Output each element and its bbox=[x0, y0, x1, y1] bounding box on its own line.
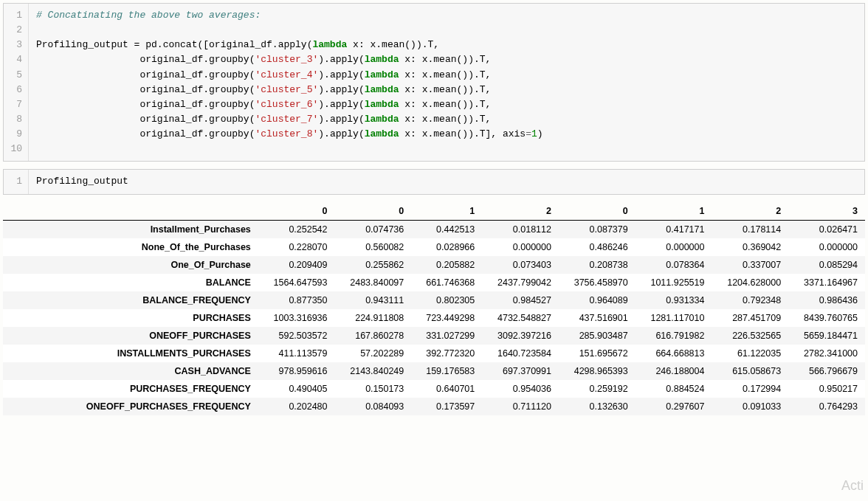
table-row: CASH_ADVANCE978.9596162143.840249159.176… bbox=[3, 362, 865, 380]
cell-value: 61.122035 bbox=[712, 345, 788, 362]
column-header: 3 bbox=[788, 202, 865, 221]
table-row: BALANCE1564.6475932483.840097661.7463682… bbox=[3, 274, 865, 291]
cell-value: 2143.840249 bbox=[335, 362, 412, 380]
cell-value: 1003.316936 bbox=[258, 309, 335, 327]
cell-value: 0.369042 bbox=[712, 238, 788, 256]
cell-value: 0.640701 bbox=[411, 380, 482, 398]
cell-value: 0.877350 bbox=[258, 291, 335, 309]
cell-value: 0.792348 bbox=[712, 291, 788, 309]
line-gutter: 1 bbox=[4, 170, 29, 193]
row-index: INSTALLMENTS_PURCHASES bbox=[3, 345, 258, 362]
cell-value: 0.150173 bbox=[335, 380, 412, 398]
cell-value: 3092.397216 bbox=[482, 327, 559, 345]
row-index: Installment_Purchases bbox=[3, 220, 258, 238]
cell-value: 0.202480 bbox=[258, 398, 335, 415]
table-row: Installment_Purchases0.2525420.0747360.4… bbox=[3, 220, 865, 238]
cell-value: 0.000000 bbox=[482, 238, 559, 256]
cell-value: 0.173597 bbox=[411, 398, 482, 415]
table-row: One_Of_Purchase0.2094090.2558620.2058820… bbox=[3, 256, 865, 274]
cell-value: 392.772320 bbox=[411, 345, 482, 362]
cell-value: 0.442513 bbox=[411, 220, 482, 238]
dataframe-table: 00120123 Installment_Purchases0.2525420.… bbox=[3, 202, 865, 415]
cell-value: 616.791982 bbox=[636, 327, 712, 345]
cell-value: 0.026471 bbox=[788, 220, 865, 238]
row-index: PURCHASES_FREQUENCY bbox=[3, 380, 258, 398]
cell-value: 0.074736 bbox=[335, 220, 412, 238]
cell-value: 2437.799042 bbox=[482, 274, 559, 291]
cell-value: 0.711120 bbox=[482, 398, 559, 415]
cell-value: 0.028966 bbox=[411, 238, 482, 256]
cell-value: 0.297607 bbox=[636, 398, 712, 415]
column-header: 2 bbox=[712, 202, 788, 221]
row-index: BALANCE_FREQUENCY bbox=[3, 291, 258, 309]
code-editor-2[interactable]: Profiling_output bbox=[29, 170, 864, 193]
row-index: CASH_ADVANCE bbox=[3, 362, 258, 380]
row-index: PURCHASES bbox=[3, 309, 258, 327]
cell-value: 592.503572 bbox=[258, 327, 335, 345]
cell-value: 978.959616 bbox=[258, 362, 335, 380]
table-row: PURCHASES1003.316936224.911808723.449298… bbox=[3, 309, 865, 327]
cell-value: 1564.647593 bbox=[258, 274, 335, 291]
cell-value: 661.746368 bbox=[411, 274, 482, 291]
column-header: 1 bbox=[411, 202, 482, 221]
table-row: ONEOFF_PURCHASES_FREQUENCY0.2024800.0840… bbox=[3, 398, 865, 415]
cell-value: 1640.723584 bbox=[482, 345, 559, 362]
cell-value: 0.000000 bbox=[788, 238, 865, 256]
cell-value: 0.208738 bbox=[559, 256, 636, 274]
cell-value: 0.884524 bbox=[636, 380, 712, 398]
cell-value: 2483.840097 bbox=[335, 274, 412, 291]
cell-value: 0.255862 bbox=[335, 256, 412, 274]
cell-value: 224.911808 bbox=[335, 309, 412, 327]
cell-value: 0.178114 bbox=[712, 220, 788, 238]
row-index: BALANCE bbox=[3, 274, 258, 291]
output-area: 00120123 Installment_Purchases0.2525420.… bbox=[3, 202, 865, 415]
cell-value: 723.449298 bbox=[411, 309, 482, 327]
cell-value: 615.058673 bbox=[712, 362, 788, 380]
table-row: None_Of_the_Purchases0.2280700.5600820.0… bbox=[3, 238, 865, 256]
cell-value: 0.984527 bbox=[482, 291, 559, 309]
cell-value: 0.018112 bbox=[482, 220, 559, 238]
cell-value: 0.417171 bbox=[636, 220, 712, 238]
table-row: PURCHASES_FREQUENCY0.4904050.1501730.640… bbox=[3, 380, 865, 398]
code-editor-1[interactable]: # Concatinating the above two averages: … bbox=[29, 4, 864, 161]
row-index: One_Of_Purchase bbox=[3, 256, 258, 274]
cell-value: 0.252542 bbox=[258, 220, 335, 238]
code-cell-2: 1 Profiling_output bbox=[3, 169, 865, 194]
cell-value: 3756.458970 bbox=[559, 274, 636, 291]
table-row: BALANCE_FREQUENCY0.8773500.9431110.80230… bbox=[3, 291, 865, 309]
cell-value: 0.950217 bbox=[788, 380, 865, 398]
line-gutter: 1 2 3 4 5 6 7 8 9 10 bbox=[4, 4, 29, 161]
code-text: Profiling_output bbox=[36, 176, 128, 187]
cell-value: 0.943111 bbox=[335, 291, 412, 309]
row-index: ONEOFF_PURCHASES_FREQUENCY bbox=[3, 398, 258, 415]
table-row: ONEOFF_PURCHASES592.503572167.860278331.… bbox=[3, 327, 865, 345]
cell-value: 0.964089 bbox=[559, 291, 636, 309]
cell-value: 0.084093 bbox=[335, 398, 412, 415]
cell-value: 2782.341000 bbox=[788, 345, 865, 362]
index-header-blank bbox=[3, 202, 258, 221]
cell-value: 1011.925519 bbox=[636, 274, 712, 291]
cell-value: 151.695672 bbox=[559, 345, 636, 362]
cell-value: 226.532565 bbox=[712, 327, 788, 345]
cell-value: 159.176583 bbox=[411, 362, 482, 380]
cell-value: 3371.164967 bbox=[788, 274, 865, 291]
cell-value: 4298.965393 bbox=[559, 362, 636, 380]
cell-value: 331.027299 bbox=[411, 327, 482, 345]
cell-value: 0.205882 bbox=[411, 256, 482, 274]
cell-value: 0.486246 bbox=[559, 238, 636, 256]
cell-value: 1281.117010 bbox=[636, 309, 712, 327]
cell-value: 167.860278 bbox=[335, 327, 412, 345]
row-index: None_Of_the_Purchases bbox=[3, 238, 258, 256]
cell-value: 0.259192 bbox=[559, 380, 636, 398]
cell-value: 285.903487 bbox=[559, 327, 636, 345]
column-header: 2 bbox=[482, 202, 559, 221]
cell-value: 0.802305 bbox=[411, 291, 482, 309]
cell-value: 0.931334 bbox=[636, 291, 712, 309]
cell-value: 0.000000 bbox=[636, 238, 712, 256]
column-header: 1 bbox=[636, 202, 712, 221]
cell-value: 411.113579 bbox=[258, 345, 335, 362]
cell-value: 4732.548827 bbox=[482, 309, 559, 327]
table-header-row: 00120123 bbox=[3, 202, 865, 221]
cell-value: 566.796679 bbox=[788, 362, 865, 380]
cell-value: 0.085294 bbox=[788, 256, 865, 274]
